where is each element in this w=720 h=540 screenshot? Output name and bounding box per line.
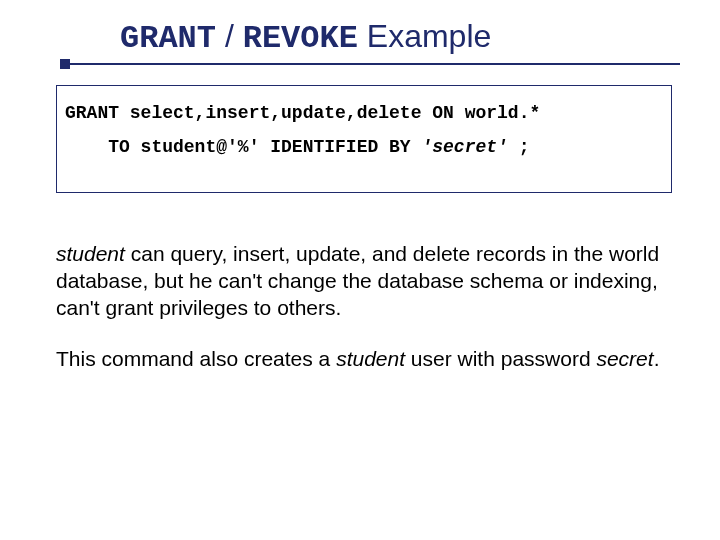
p2-t1: This command also creates a — [56, 347, 336, 370]
code-line-1: GRANT select,insert,update,delete ON wor… — [65, 103, 540, 123]
title-underline — [120, 63, 680, 73]
code-line-2-prefix: TO student@'%' IDENTIFIED BY — [65, 137, 421, 157]
code-secret: 'secret' — [421, 137, 507, 157]
paragraph-1: student can query, insert, update, and d… — [56, 241, 664, 322]
p2-student: student — [336, 347, 405, 370]
title-sep: / — [216, 18, 243, 54]
paragraph-2: This command also creates a student user… — [56, 346, 664, 373]
code-box: GRANT select,insert,update,delete ON wor… — [56, 85, 672, 193]
p1-rest: can query, insert, update, and delete re… — [56, 242, 659, 319]
p2-t2: user with password — [405, 347, 596, 370]
body-text: student can query, insert, update, and d… — [56, 241, 664, 373]
p2-t3: . — [654, 347, 660, 370]
title-grant: GRANT — [120, 20, 216, 57]
p2-secret: secret — [596, 347, 653, 370]
title-rest: Example — [358, 18, 491, 54]
p1-student: student — [56, 242, 125, 265]
title-area: GRANT / REVOKE Example — [0, 0, 720, 73]
code-line-2-suffix: ; — [508, 137, 530, 157]
title-revoke: REVOKE — [243, 20, 358, 57]
slide-title: GRANT / REVOKE Example — [120, 18, 680, 61]
title-square-icon — [60, 59, 70, 69]
